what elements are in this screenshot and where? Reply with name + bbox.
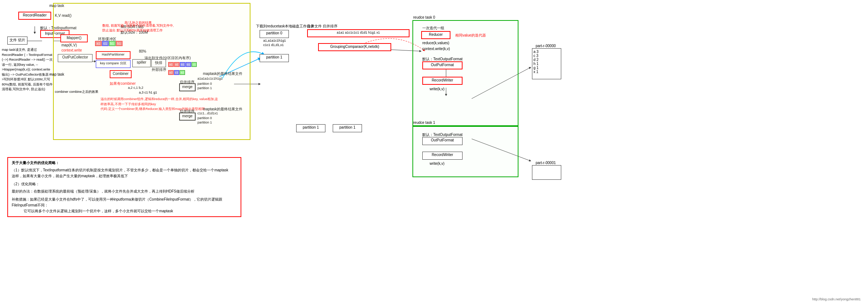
note-point3-content: 补救措施：如果已经是大量小文件在hdfs中了，可以使用另一种inputforma… bbox=[12, 197, 237, 214]
part-r-00001-label: part-r-00001 bbox=[536, 161, 556, 165]
note-point2-title: （2）优化简略： bbox=[12, 181, 237, 187]
reduce-task-0-label: reudce task 0 bbox=[413, 15, 435, 19]
note-title: 关于大量小文件的优化简略： bbox=[12, 160, 237, 166]
partition-1-box: partition 1 bbox=[260, 54, 289, 62]
record-writer-1-box: RecordWriter bbox=[422, 152, 463, 160]
once-group-label: 一次迭代一组 bbox=[422, 26, 444, 31]
reduce-task-1-label: reudce task 1 bbox=[413, 121, 435, 125]
record-writer-0-box: RecordWriter bbox=[422, 77, 463, 85]
record-reader-box: RecordReader bbox=[18, 12, 51, 20]
combiner-output-label: a,3 c1 h1 g1 bbox=[139, 91, 157, 94]
array-desc-label: 数组, 前面写着, 后面有个组件清理着,写到文件中, 防止溢出 默认只到80%就… bbox=[102, 23, 216, 33]
partition-0-box: partition 0 bbox=[260, 30, 289, 38]
part-r-00000-box: a 3 c 3 d 2 h 1 g 1 x 1 bbox=[532, 48, 561, 79]
partition-0-data: a1,a1a1c1h1g1 bbox=[263, 39, 286, 42]
grouping-comparator-box: GroupingComparaor(K,netxtk) bbox=[318, 43, 391, 51]
footer-url: http://blog.csdn.net/yongzhen881 bbox=[812, 297, 861, 301]
iterable-label: 相同value的迭代器 bbox=[455, 33, 486, 38]
diagram-container: map task RecordReader K,V read() 默认：Text… bbox=[0, 0, 868, 304]
merged-data-box: a1a1 a1c1c1c1 d1d1 h1g1 x1 bbox=[307, 29, 410, 37]
file-split-box: 文件 切片 bbox=[7, 37, 27, 45]
combiner-summary-label: combiner combine之后的效果 bbox=[55, 90, 102, 94]
map-task-desc: map task读文件, 是通过RecordReader (→TextInput… bbox=[2, 48, 53, 92]
default-output-0-label: 默认：TextOutputFormat bbox=[422, 57, 463, 62]
merge-sort-center-label: 合并文件 归并排序 bbox=[307, 24, 337, 29]
partition-0-data-2: c1c1 d1,d1,x1 bbox=[263, 43, 284, 47]
partition-1-center-box: partition 1 bbox=[296, 124, 325, 132]
part-r-00001-box bbox=[532, 165, 561, 180]
output-format-1-box: OutPutFormat bbox=[422, 137, 463, 145]
map-task-label-2: map task bbox=[49, 72, 64, 76]
default-output-1-label: 默认：TextOutputFormat bbox=[422, 132, 463, 137]
reduce-context-write-label: context.write(k,v) bbox=[422, 47, 450, 51]
reduce-call-label: reduce(k,values) bbox=[422, 41, 449, 45]
output-format-0-box: OutPutFormat bbox=[422, 61, 463, 69]
part-r-00000-label: part-r-00000 bbox=[536, 44, 556, 48]
small-file-note-box: 关于大量小文件的优化简略： （1）默认情况下，TextInputformat任务… bbox=[7, 157, 241, 217]
reducer-box: Reducer bbox=[421, 31, 450, 39]
write-kv-0-label: write(k,v) bbox=[430, 87, 445, 91]
note-point1: （1）默认情况下，TextInputformat任务的切片机制是按文件规划切片，… bbox=[12, 167, 237, 179]
download-section-label: 下载到reducetask本地磁盘工作目录 bbox=[256, 24, 314, 29]
partition-1-right-box: partition 1 bbox=[333, 124, 362, 132]
note-point2-content: 最好的办法：在数据处理系统的最前端（预处理/采集），就将小文件先合并成大文件，再… bbox=[12, 189, 237, 194]
write-kv-1-label: write(k,v) bbox=[430, 162, 445, 166]
